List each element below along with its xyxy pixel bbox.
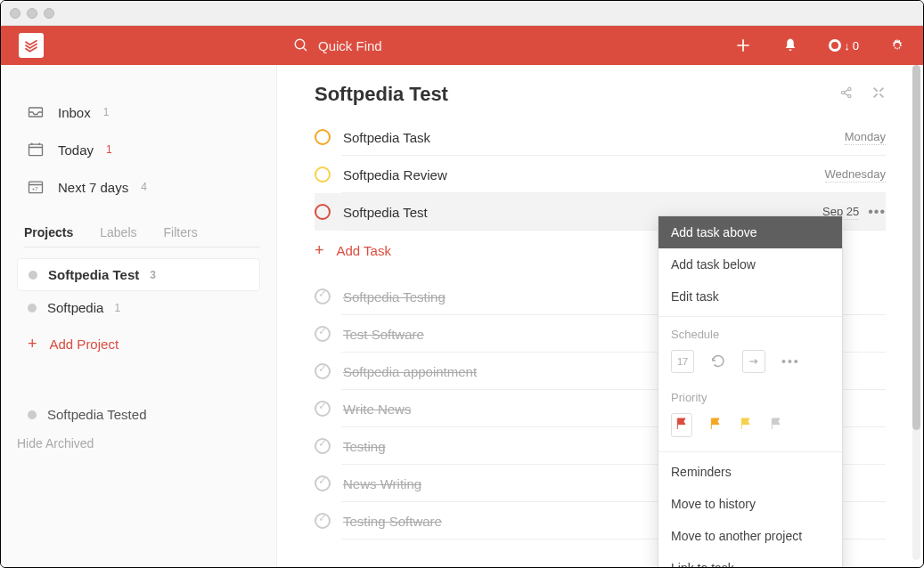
schedule-recurring-button[interactable] [710,353,726,371]
priority-flag-button[interactable] [671,413,692,437]
project-options-button[interactable] [871,85,886,103]
hide-archived-button[interactable]: Hide Archived [17,429,260,458]
app-header: Quick Find ↓ 0 [1,26,923,65]
flag-icon [739,417,753,431]
project-color-dot [28,304,37,312]
page-title: Softpedia Test [315,83,448,106]
menu-add-task-below[interactable]: Add task below [658,248,842,280]
task-checkbox-done[interactable] [315,513,331,529]
project-name: Softpedia [47,300,103,315]
project-count: 3 [150,269,156,281]
calendar-today-icon [26,140,45,159]
task-checkbox-done[interactable] [315,363,331,379]
sidebar-item-next7[interactable]: +7 Next 7 days 4 [17,168,260,206]
add-project-button[interactable]: + Add Project [17,324,260,364]
tab-labels[interactable]: Labels [100,225,136,239]
project-name: Softpedia Test [48,267,139,282]
karma-value: 0 [853,39,859,53]
share-icon [839,85,854,100]
flag-icon [769,417,783,431]
sidebar-item-label: Today [58,142,94,158]
menu-edit-task[interactable]: Edit task [658,280,842,312]
project-item[interactable]: Softpedia Test 3 [17,258,260,291]
karma-button[interactable]: ↓ 0 [829,39,859,53]
window-titlebar [1,1,923,26]
svg-rect-5 [29,144,43,156]
app-logo [19,33,44,58]
project-item[interactable]: Softpedia 1 [17,292,260,323]
task-more-button[interactable]: ••• [868,204,886,220]
svg-text:+7: +7 [32,186,38,191]
archived-project-item[interactable]: Softpedia Tested [17,400,260,429]
calendar-week-icon: +7 [26,177,45,197]
settings-button[interactable] [889,37,905,53]
maximize-window-button[interactable] [44,8,54,19]
sidebar-item-count: 4 [141,181,147,193]
recurring-icon [710,353,726,369]
quick-find[interactable]: Quick Find [293,37,734,53]
scrollbar-thumb[interactable] [912,65,920,430]
task-context-menu: Add task above Add task below Edit task … [658,215,843,568]
task-row[interactable]: Softpedia TaskMonday [315,118,886,156]
sidebar-tabs: Projects Labels Filters [24,225,260,247]
add-task-label: Add Task [337,243,391,258]
svg-line-16 [844,93,848,96]
sidebar-item-label: Inbox [58,105,91,120]
sidebar-item-count: 1 [103,106,110,118]
task-checkbox-done[interactable] [315,401,331,417]
schedule-date-button[interactable]: 17 [671,350,694,373]
arrow-right-icon [748,355,760,368]
task-checkbox-done[interactable] [315,288,331,304]
add-project-label: Add Project [50,337,119,352]
plus-icon: + [315,241,324,260]
archived-project-name: Softpedia Tested [47,407,146,422]
svg-point-0 [295,39,305,49]
schedule-postpone-button[interactable] [742,350,765,373]
quick-find-placeholder: Quick Find [318,38,382,53]
priority-flag-button[interactable] [739,417,753,434]
task-due-date[interactable]: Monday [845,130,886,145]
task-row[interactable]: Softpedia ReviewWednesday [315,156,886,193]
menu-link-task[interactable]: Link to task [658,552,842,568]
sidebar: Inbox 1 Today 1 +7 Next 7 days 4 Project… [1,65,277,567]
task-checkbox[interactable] [315,166,331,183]
search-icon [293,37,309,53]
minimize-window-button[interactable] [27,8,37,19]
gear-icon [889,37,905,53]
karma-arrow-icon: ↓ [844,39,850,53]
add-task-global-button[interactable] [734,37,752,54]
task-title: Softpedia Task [343,130,845,145]
notifications-button[interactable] [782,37,798,53]
sidebar-item-inbox[interactable]: Inbox 1 [17,93,260,131]
plus-icon [734,37,752,54]
project-color-dot [29,271,37,280]
sidebar-item-label: Next 7 days [58,180,128,195]
schedule-more-button[interactable]: ••• [781,354,800,369]
task-due-date[interactable]: Wednesday [825,167,886,183]
task-checkbox[interactable] [315,129,331,145]
menu-move-history[interactable]: Move to history [658,488,842,520]
flag-icon [708,417,723,431]
project-count: 1 [114,302,120,314]
task-title: Softpedia Review [343,167,825,183]
svg-line-1 [303,47,307,51]
task-checkbox[interactable] [315,204,331,220]
menu-priority-label: Priority [658,384,842,408]
todoist-logo-icon [23,37,39,53]
project-color-dot [28,410,37,419]
sidebar-item-today[interactable]: Today 1 [17,131,260,168]
priority-flag-button[interactable] [708,417,723,434]
task-checkbox-done[interactable] [315,438,331,454]
tools-icon [871,85,886,100]
tab-projects[interactable]: Projects [24,225,73,239]
tab-filters[interactable]: Filters [164,225,198,239]
menu-reminders[interactable]: Reminders [658,456,842,488]
karma-circle-icon [829,39,841,52]
task-checkbox-done[interactable] [315,326,331,342]
close-window-button[interactable] [10,8,20,19]
priority-flag-button[interactable] [769,417,783,434]
menu-move-project[interactable]: Move to another project [658,520,842,552]
task-checkbox-done[interactable] [315,475,331,491]
menu-add-task-above[interactable]: Add task above [658,216,842,248]
share-button[interactable] [839,85,854,103]
